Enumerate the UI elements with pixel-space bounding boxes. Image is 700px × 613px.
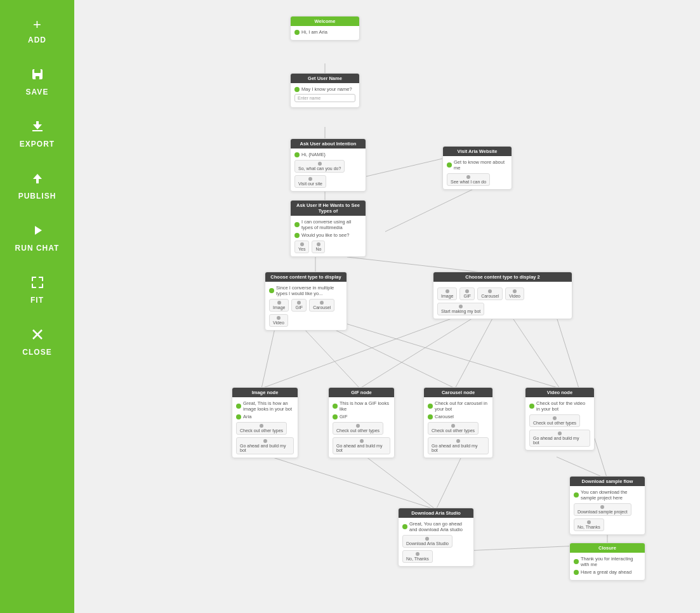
node-body-ask-intention: Hi, {NAME}So, what can you do?Visit our … <box>291 148 366 191</box>
sidebar-item-export-label: EXPORT <box>20 140 55 148</box>
btn-label: Carousel <box>481 294 499 298</box>
node-btn-video-node-1[interactable]: Go ahead and build my bot <box>529 430 590 447</box>
sidebar-item-save[interactable]: SAVE <box>0 56 74 108</box>
node-row-visit-aria-website-0: Get to know more about me <box>447 159 508 171</box>
node-row-carousel-node-1: Carousel <box>428 414 489 419</box>
node-btn-choose-content-2-4[interactable]: Start making my bot <box>437 303 484 315</box>
node-dot <box>294 222 300 227</box>
btn-dot <box>456 439 460 443</box>
flow-node-image-node[interactable]: Image nodeGreat, This is how an image lo… <box>232 387 298 458</box>
node-row-text: Would you like to see? <box>301 232 349 238</box>
node-btn-ask-types-1[interactable]: No <box>312 241 325 253</box>
node-btn-gif-node-1[interactable]: Go ahead and build my bot <box>333 437 390 454</box>
node-btn-carousel-node-0[interactable]: Check out other types <box>428 422 479 435</box>
flow-node-choose-content-2[interactable]: Choose content type to display 2ImageGIF… <box>433 272 572 319</box>
node-btn-image-node-0[interactable]: Check out other types <box>236 422 287 435</box>
flow-node-ask-intention[interactable]: Ask User about IntentionHi, {NAME}So, wh… <box>290 138 366 192</box>
node-btn-ask-intention-1[interactable]: Visit our site <box>294 175 326 188</box>
btn-label: See what I can do <box>451 180 486 184</box>
add-icon: + <box>33 18 41 32</box>
flow-node-choose-content[interactable]: Choose content type to displaySince I co… <box>265 272 347 331</box>
node-btn-gif-node-0[interactable]: Check out other types <box>333 422 383 435</box>
btn-dot <box>459 305 463 308</box>
node-btn-carousel-node-1[interactable]: Go ahead and build my bot <box>428 437 489 454</box>
node-body-download-sample-flow: You can download the sample project here… <box>570 486 645 534</box>
node-btn-download-sample-flow-1[interactable]: No, Thanks <box>574 518 604 531</box>
svg-line-17 <box>347 257 487 273</box>
node-btn-image-node-1[interactable]: Go ahead and build my bot <box>236 437 294 454</box>
node-row-text: Thank you for interacting with me <box>581 556 641 567</box>
node-btn-choose-content-2-3[interactable]: Video <box>505 287 524 300</box>
node-header-video-node: Video node <box>525 388 594 397</box>
btn-dot <box>416 552 419 556</box>
node-row-text: Have a great day ahead <box>581 569 631 575</box>
node-row-text: You can download the sample project here <box>581 489 641 501</box>
node-dot <box>428 414 433 419</box>
node-header-ask-types: Ask User If He Wants to See Types of <box>291 201 366 216</box>
node-input-get-user-name[interactable]: Enter name <box>294 94 355 102</box>
flow-node-visit-aria-website[interactable]: Visit Aria WebsiteGet to know more about… <box>442 146 512 190</box>
node-row-text: GIF <box>340 414 348 419</box>
flow-node-carousel-node[interactable]: Carousel nodeCheck out for carousel in y… <box>423 387 493 458</box>
node-btn-choose-content-2[interactable]: Carousel <box>309 299 334 312</box>
flow-node-video-node[interactable]: Video nodeCheck out for the video in you… <box>525 387 595 451</box>
node-row-choose-content-0: Since I converse in multiple types I wou… <box>269 285 343 296</box>
node-row-closure-1: Have a great day ahead <box>574 569 641 575</box>
save-icon <box>30 67 44 84</box>
node-btn-choose-content-2-2[interactable]: Carousel <box>477 287 503 300</box>
flow-node-download-sample-flow[interactable]: Download sample flowYou can download the… <box>569 476 645 535</box>
node-body-image-node: Great, This is how an image looks in you… <box>232 397 298 458</box>
node-row-download-aria-studio-0: Great, You can go ahead and download Ari… <box>402 521 470 532</box>
node-btn-video-node-0[interactable]: Check out other types <box>529 414 580 427</box>
flow-node-gif-node[interactable]: GIF nodeThis is how a GIF looks likeGIFC… <box>328 387 395 458</box>
sidebar-item-fit[interactable]: FIT <box>0 264 74 316</box>
node-body-video-node: Check out for the video in your botCheck… <box>525 397 594 450</box>
btn-dot <box>317 242 320 246</box>
node-row-video-node-0: Check out for the video in your bot <box>529 400 590 412</box>
btn-dot <box>308 177 312 181</box>
btn-label: Check out other types <box>336 428 380 433</box>
sidebar-item-publish-label: PUBLISH <box>18 192 56 201</box>
btn-dot <box>600 505 604 509</box>
close-icon <box>30 327 44 344</box>
node-btn-visit-aria-website-0[interactable]: See what I can do <box>447 173 490 186</box>
btn-label: No <box>315 247 321 251</box>
btn-dot <box>356 424 360 428</box>
node-btn-ask-types-0[interactable]: Yes <box>294 241 309 253</box>
svg-line-23 <box>360 317 474 388</box>
node-btn-download-sample-flow-0[interactable]: Download sample project <box>574 503 631 516</box>
node-btn-choose-content-3[interactable]: Video <box>269 314 288 327</box>
btn-dot <box>277 316 281 320</box>
node-btn-choose-content-1[interactable]: GIF <box>291 299 307 312</box>
btn-dot <box>465 289 469 293</box>
sidebar-item-add[interactable]: + ADD <box>0 6 74 56</box>
node-btn-ask-intention-0[interactable]: So, what can you do? <box>294 160 345 173</box>
node-btn-choose-content-0[interactable]: Image <box>269 299 289 312</box>
sidebar-item-run-chat[interactable]: RUN CHAT <box>0 212 74 264</box>
flow-node-download-aria-studio[interactable]: Download Aria StudioGreat, You can go ah… <box>398 508 474 567</box>
flow-node-welcome[interactable]: WelcomeHi, I am Aria <box>290 16 360 41</box>
node-btn-choose-content-2-0[interactable]: Image <box>437 287 457 300</box>
flow-node-ask-types[interactable]: Ask User If He Wants to See Types ofI ca… <box>290 200 366 257</box>
flow-node-get-user-name[interactable]: Get User NameMay I know your name?Enter … <box>290 73 360 108</box>
sidebar-item-publish[interactable]: PUBLISH <box>0 160 74 212</box>
node-btn-download-aria-studio-1[interactable]: No, Thanks <box>402 550 433 563</box>
node-buttons-download-sample-flow: Download sample projectNo, Thanks <box>574 503 641 531</box>
flow-node-closure[interactable]: ClosureThank you for interacting with me… <box>569 543 645 581</box>
btn-dot <box>263 439 267 443</box>
btn-dot <box>425 537 429 541</box>
btn-label: No, Thanks <box>578 525 600 529</box>
sidebar-item-export[interactable]: EXPORT <box>0 108 74 160</box>
node-dot <box>333 414 338 419</box>
btn-label: Download sample project <box>578 510 628 514</box>
sidebar-item-close-label: CLOSE <box>22 348 51 357</box>
node-row-text: Check out for carousel in your bot <box>435 400 489 412</box>
node-btn-choose-content-2-1[interactable]: GIF <box>459 287 475 300</box>
node-btn-download-aria-studio-0[interactable]: Download Aria Studio <box>402 535 452 548</box>
svg-line-27 <box>271 457 436 510</box>
btn-label: So, what can you do? <box>298 166 341 171</box>
sidebar-item-close[interactable]: CLOSE <box>0 316 74 368</box>
svg-line-14 <box>366 159 442 176</box>
node-header-download-aria-studio: Download Aria Studio <box>399 508 473 518</box>
flow-canvas: WelcomeHi, I am AriaGet User NameMay I k… <box>74 0 700 613</box>
